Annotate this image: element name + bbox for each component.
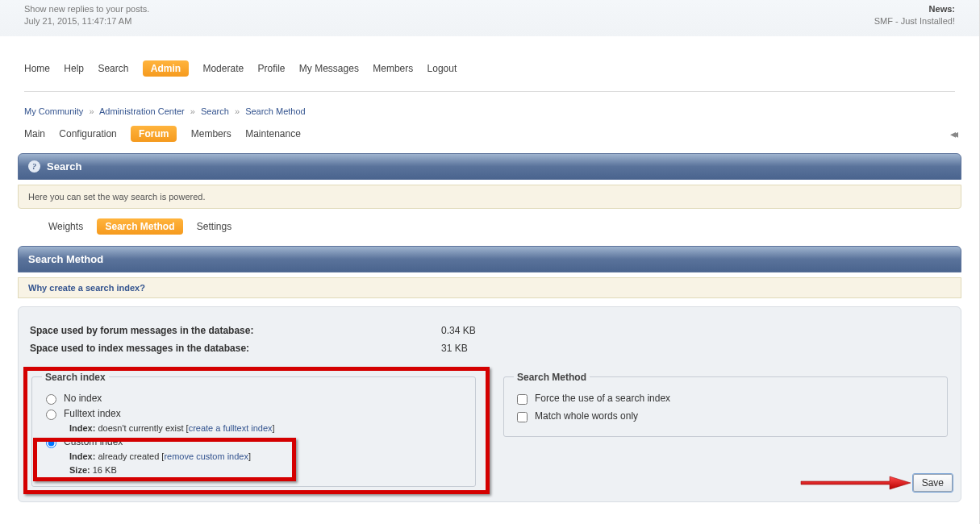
chk-force-label: Force the use of a search index: [535, 393, 670, 404]
info-icon: ?: [28, 160, 40, 173]
nav-moderate[interactable]: Moderate: [202, 60, 244, 77]
admin-tab-main[interactable]: Main: [24, 126, 45, 142]
radio-no-index[interactable]: [46, 394, 56, 405]
chk-force-index[interactable]: [517, 394, 528, 405]
admin-tab-forum[interactable]: Forum: [131, 126, 177, 142]
crumb-search[interactable]: Search: [201, 106, 229, 116]
radio-fulltext-row[interactable]: Fulltext index: [42, 406, 465, 422]
stat-idx-space-value: 31 KB: [441, 343, 468, 354]
admin-tab-members[interactable]: Members: [191, 126, 231, 142]
admin-tab-configuration[interactable]: Configuration: [59, 126, 116, 142]
search-index-legend: Search index: [42, 372, 109, 383]
radio-custom[interactable]: [46, 438, 56, 448]
nav-home[interactable]: Home: [24, 60, 50, 77]
custom-index-label: Index:: [69, 451, 95, 461]
crumb-community[interactable]: My Community: [24, 106, 83, 116]
section-description: Here you can set the way search is power…: [18, 185, 961, 209]
fulltext-index-label: Index:: [69, 423, 95, 433]
chk-whole-words[interactable]: [517, 412, 528, 422]
hint-bar: Why create a search index?: [18, 277, 961, 298]
stat-msg-space-label: Space used by forum messages in the data…: [30, 325, 441, 336]
radio-fulltext[interactable]: [46, 410, 56, 420]
stat-idx-space-label: Space used to index messages in the data…: [30, 343, 441, 354]
nav-admin[interactable]: Admin: [143, 60, 189, 77]
save-button[interactable]: Save: [913, 474, 953, 492]
search-index-fieldset: Search index No index Fulltext index Ind…: [31, 372, 476, 488]
search-method-legend: Search Method: [514, 372, 590, 383]
custom-size-value: 16 KB: [93, 465, 117, 475]
radio-no-index-row[interactable]: No index: [42, 391, 465, 406]
nav-help[interactable]: Help: [64, 60, 84, 77]
create-fulltext-link[interactable]: create a fulltext index: [189, 423, 273, 433]
radio-no-index-label: No index: [64, 393, 102, 404]
crumb-admin-center[interactable]: Administration Center: [99, 106, 185, 116]
subtab-weights[interactable]: Weights: [48, 218, 83, 235]
chk-whole-words-row[interactable]: Match whole words only: [514, 409, 937, 426]
nav-search[interactable]: Search: [98, 60, 128, 77]
panel-header-search-method: Search Method: [18, 246, 961, 272]
panel-title: Search Method: [28, 253, 103, 265]
nav-my-messages[interactable]: My Messages: [299, 60, 359, 77]
nav-logout[interactable]: Logout: [427, 60, 457, 77]
admin-tabs: Main Configuration Forum Members Mainten…: [24, 126, 312, 142]
search-method-form: Space used by forum messages in the data…: [18, 306, 961, 503]
radio-custom-row[interactable]: Custom index: [42, 435, 465, 450]
main-nav: Home Help Search Admin Moderate Profile …: [0, 36, 979, 85]
section-header-search: ? Search: [18, 153, 961, 180]
news-heading: News:: [929, 4, 955, 14]
subtab-search-method[interactable]: Search Method: [97, 218, 182, 235]
custom-status: already created: [98, 451, 159, 461]
remove-custom-link[interactable]: remove custom index: [164, 451, 248, 461]
search-subtabs: Weights Search Method Settings: [0, 217, 979, 241]
nav-profile[interactable]: Profile: [258, 60, 286, 77]
admin-tab-maintenance[interactable]: Maintenance: [245, 126, 301, 142]
stat-msg-space-value: 0.34 KB: [441, 325, 476, 336]
news-text: SMF - Just Installed!: [874, 16, 955, 26]
custom-size-label: Size:: [69, 465, 90, 475]
top-info-bar: Show new replies to your posts. July 21,…: [0, 0, 979, 36]
radio-fulltext-label: Fulltext index: [64, 408, 121, 419]
why-create-index-link[interactable]: Why create a search index?: [28, 283, 145, 293]
crumb-search-method[interactable]: Search Method: [245, 106, 306, 116]
search-method-fieldset: Search Method Force the use of a search …: [503, 372, 948, 437]
chk-whole-words-label: Match whole words only: [535, 410, 638, 422]
section-title: Search: [47, 160, 81, 173]
subtab-settings[interactable]: Settings: [197, 218, 231, 235]
collapse-admin-menu-icon[interactable]: ◂◂: [950, 127, 955, 140]
nav-members[interactable]: Members: [373, 60, 413, 77]
fulltext-status: doesn't currently exist: [98, 423, 183, 433]
current-datetime: July 21, 2015, 11:47:17 AM: [24, 16, 131, 26]
breadcrumb: My Community » Administration Center » S…: [0, 98, 979, 121]
radio-custom-label: Custom index: [64, 436, 123, 447]
show-new-replies-link[interactable]: Show new replies to your posts.: [24, 4, 149, 14]
chk-force-row[interactable]: Force the use of a search index: [514, 391, 937, 409]
